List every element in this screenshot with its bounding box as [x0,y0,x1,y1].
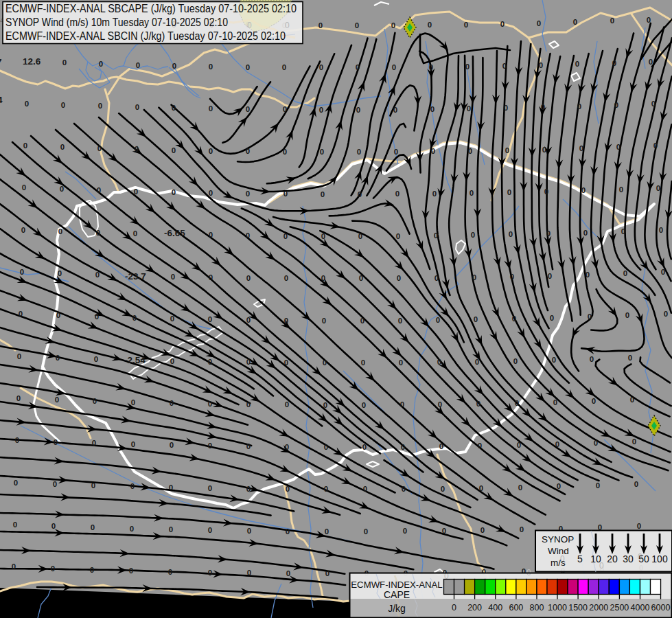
svg-text:0: 0 [323,358,327,367]
svg-text:0: 0 [322,317,326,325]
svg-text:800: 800 [530,603,544,613]
svg-text:0: 0 [399,358,403,367]
svg-text:0: 0 [520,525,524,534]
svg-text:0: 0 [318,21,323,30]
svg-text:0: 0 [474,315,478,323]
svg-text:0: 0 [283,148,287,156]
svg-text:0: 0 [539,61,543,69]
svg-text:0: 0 [282,63,286,71]
svg-text:0: 0 [246,400,251,409]
svg-text:0: 0 [628,354,632,362]
svg-text:0: 0 [356,106,360,114]
svg-text:0: 0 [56,354,60,362]
svg-text:0: 0 [283,105,287,113]
svg-text:0: 0 [616,143,621,151]
svg-text:0: 0 [614,101,618,109]
svg-text:0: 0 [23,141,27,150]
svg-text:0: 0 [513,357,518,365]
svg-text:0: 0 [20,268,24,276]
svg-text:0: 0 [467,104,471,113]
svg-text:ECMWF-INDEX-ANAL SBCAPE (J/kg): ECMWF-INDEX-ANAL SBCAPE (J/kg) Tuesday 0… [5,2,297,15]
svg-text:6000: 6000 [651,603,671,613]
svg-text:0: 0 [95,312,99,321]
svg-text:0: 0 [247,527,251,535]
svg-text:0: 0 [246,63,250,71]
svg-text:0: 0 [537,19,541,27]
svg-text:0: 0 [517,441,521,449]
svg-text:0: 0 [429,63,433,71]
svg-text:0: 0 [17,352,21,360]
svg-text:0: 0 [61,101,65,109]
svg-text:0: 0 [131,440,135,448]
svg-text:0: 0 [208,315,212,323]
svg-text:0: 0 [518,483,522,492]
svg-text:0: 0 [452,603,456,613]
svg-text:0: 0 [209,62,213,71]
svg-text:0: 0 [172,62,176,70]
svg-text:0: 0 [170,357,174,365]
svg-text:0: 0 [324,485,328,493]
svg-text:0: 0 [438,400,442,409]
svg-text:0: 0 [362,443,367,451]
svg-text:0: 0 [285,443,289,451]
svg-text:0: 0 [590,355,594,363]
svg-text:0: 0 [435,274,439,282]
svg-text:0: 0 [209,189,213,197]
svg-text:0: 0 [246,147,250,155]
svg-text:0: 0 [21,226,25,234]
svg-text:0: 0 [319,106,323,114]
svg-text:0: 0 [97,144,102,152]
svg-text:0: 0 [321,232,325,240]
svg-text:0: 0 [129,566,133,575]
svg-text:0: 0 [25,100,29,108]
svg-text:0: 0 [544,187,548,196]
svg-text:0: 0 [286,527,290,536]
svg-text:0: 0 [659,226,663,234]
svg-text:0: 0 [319,63,323,71]
svg-text:0: 0 [504,104,508,112]
svg-text:0: 0 [325,527,329,536]
svg-text:0: 0 [51,522,56,530]
svg-text:0: 0 [363,485,367,493]
svg-text:20: 20 [607,553,618,564]
svg-text:0: 0 [209,273,213,282]
svg-text:0: 0 [246,190,250,198]
svg-text:0: 0 [169,525,173,534]
svg-text:0: 0 [510,273,514,281]
svg-text:0: 0 [135,103,139,111]
svg-text:0: 0 [16,394,21,402]
svg-text:0: 0 [573,18,577,26]
svg-text:0: 0 [464,21,468,29]
svg-text:0: 0 [283,190,288,198]
svg-text:0: 0 [208,484,212,492]
svg-text:0: 0 [512,314,516,323]
svg-text:0: 0 [623,269,627,277]
svg-text:0: 0 [471,231,475,239]
svg-text:0: 0 [575,60,579,68]
svg-text:0: 0 [246,274,251,282]
svg-text:0: 0 [392,63,396,71]
svg-text:0: 0 [649,58,653,66]
svg-text:0: 0 [478,442,482,450]
svg-text:0: 0 [358,190,362,198]
svg-text:0: 0 [583,229,588,237]
svg-text:0: 0 [94,355,98,363]
svg-text:0: 0 [432,190,437,198]
svg-text:0: 0 [356,63,360,71]
svg-text:0: 0 [19,310,23,318]
svg-text:ECMWF-INDEX-ANAL: ECMWF-INDEX-ANAL [351,580,442,590]
svg-text:0: 0 [430,105,435,113]
svg-text:0: 0 [647,16,651,24]
svg-text:0: 0 [51,564,55,573]
svg-text:0: 0 [437,358,441,366]
svg-text:-6.65: -6.65 [164,228,185,238]
svg-text:0: 0 [286,485,290,493]
svg-text:0: 0 [93,397,97,405]
svg-text:0: 0 [548,272,552,280]
svg-text:0: 0 [439,442,443,450]
svg-text:0: 0 [284,358,288,367]
svg-text:0: 0 [541,103,545,111]
svg-text:0: 0 [209,147,213,155]
svg-text:-2.54: -2.54 [124,355,146,365]
svg-text:0: 0 [470,189,474,197]
